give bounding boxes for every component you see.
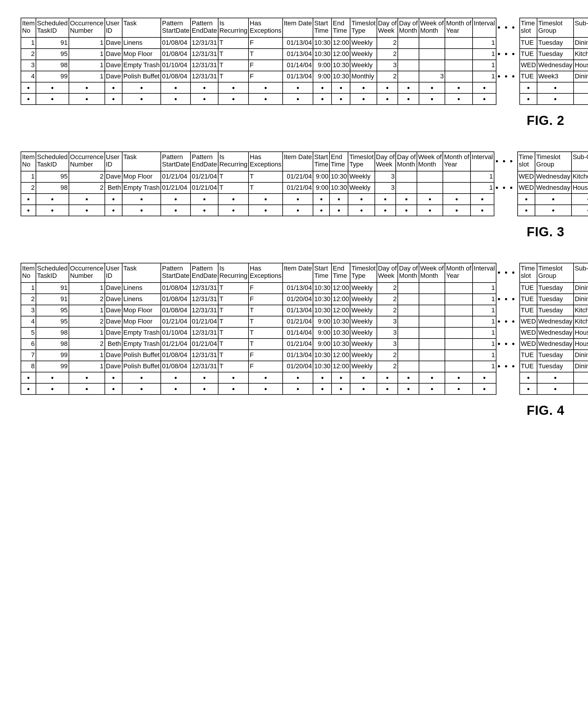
main-dot-col-3: • bbox=[105, 383, 122, 395]
cell-main-4: Mop Floor bbox=[122, 48, 161, 60]
table-row: 4991DavePolish Buffet01/08/0412/31/31TF0… bbox=[21, 71, 517, 82]
cell-main-1: 91 bbox=[36, 37, 69, 48]
cell-main-5: 01/08/04 bbox=[161, 283, 190, 294]
cell-main-17: 1 bbox=[470, 182, 494, 194]
table-row: TUETuesdayDining Rm bbox=[520, 361, 588, 372]
cell-side-0: WED bbox=[518, 171, 535, 182]
cell-main-16 bbox=[445, 294, 472, 305]
main-header-col-14: Day ofMonth bbox=[398, 18, 419, 37]
cell-main-7: T bbox=[218, 182, 249, 194]
cell-main-9: 01/13/04 bbox=[283, 283, 313, 294]
table-row: TUEWeek3Dining Rm bbox=[520, 71, 588, 82]
main-dot-col-0: • bbox=[21, 82, 36, 94]
side-header-col-0: Timeslot bbox=[520, 263, 537, 283]
cell-main-11: 12:00 bbox=[332, 294, 350, 305]
cell-side-0: WED bbox=[518, 182, 535, 194]
main-header-col-9: Item Date bbox=[283, 263, 313, 283]
cell-main-13: 2 bbox=[377, 283, 398, 294]
cell-main-17: 1 bbox=[472, 350, 496, 361]
cell-main-14 bbox=[396, 182, 417, 194]
main-dot-col-4: • bbox=[122, 205, 161, 216]
cell-main-1: 98 bbox=[36, 60, 69, 71]
cell-main-17: 1 bbox=[472, 339, 496, 350]
cell-main-3: Dave bbox=[105, 361, 122, 372]
cell-main-10: 9:00 bbox=[313, 327, 332, 339]
main-dot-col-16: • bbox=[445, 94, 472, 105]
cell-main-16 bbox=[445, 316, 472, 327]
main-dot-col-2: • bbox=[69, 194, 105, 205]
main-header-col-12: TimeslotType bbox=[348, 152, 375, 171]
cell-side-2: Kitchen bbox=[571, 171, 588, 182]
figure-caption: FIG. 3 bbox=[21, 224, 564, 239]
cell-main-15: 3 bbox=[419, 71, 445, 82]
cell-main-11: 12:00 bbox=[332, 305, 350, 316]
cell-main-8: T bbox=[249, 48, 283, 60]
cell-main-0: 1 bbox=[21, 37, 36, 48]
cell-main-0: 1 bbox=[21, 171, 36, 182]
cell-main-5: 01/08/04 bbox=[161, 71, 190, 82]
cell-main-10: 9:00 bbox=[313, 60, 332, 71]
cell-main-8: F bbox=[249, 71, 283, 82]
figure-3: ItemNoScheduledTaskIDOccurrenceNumberUse… bbox=[21, 152, 567, 239]
cell-main-2: 1 bbox=[69, 71, 105, 82]
main-header-col-11: EndTime bbox=[330, 152, 348, 171]
cell-main-16 bbox=[443, 171, 470, 182]
main-dot-col-16: • bbox=[445, 82, 472, 94]
main-dot-col-0: • bbox=[21, 194, 36, 205]
cell-main-1: 98 bbox=[36, 339, 69, 350]
main-header-col-6: PatternEndDate bbox=[190, 18, 218, 37]
cell-main-0: 2 bbox=[21, 48, 36, 60]
cell-main-6: 12/31/31 bbox=[190, 48, 218, 60]
cell-main-12: Weekly bbox=[350, 339, 377, 350]
cell-main-1: 95 bbox=[36, 171, 69, 182]
main-dot-col-11: • bbox=[330, 205, 348, 216]
cell-main-0: 8 bbox=[21, 361, 36, 372]
cell-side-1: Tuesday bbox=[537, 283, 573, 294]
cell-main-9: 01/14/04 bbox=[283, 60, 313, 71]
cell-main-17: 1 bbox=[472, 361, 496, 372]
cell-main-4: Linens bbox=[122, 37, 161, 48]
main-dot-col-9: • bbox=[283, 383, 313, 395]
cell-main-2: 2 bbox=[69, 171, 105, 182]
cell-main-11: 10:30 bbox=[332, 339, 350, 350]
main-dot-col-12: • bbox=[350, 383, 377, 395]
main-header-col-13: Day ofWeek bbox=[377, 263, 398, 283]
figure-caption: FIG. 4 bbox=[21, 403, 564, 418]
main-dot-col-14: • bbox=[398, 82, 419, 94]
cell-side-0: WED bbox=[520, 60, 537, 71]
side-dot-col-0: • bbox=[520, 82, 537, 94]
cell-main-9: 01/21/04 bbox=[283, 182, 313, 194]
cell-side-2: Dining Rm bbox=[573, 350, 588, 361]
main-dot-col-15: • bbox=[419, 94, 445, 105]
cell-main-6: 12/31/31 bbox=[190, 350, 218, 361]
cell-side-1: Tuesday bbox=[537, 37, 573, 48]
cell-side-0: WED bbox=[520, 339, 537, 350]
main-dot-col-2: • bbox=[69, 372, 105, 383]
main-table-fig-3: ItemNoScheduledTaskIDOccurrenceNumberUse… bbox=[21, 152, 516, 216]
cell-main-15 bbox=[419, 316, 445, 327]
cell-main-5: 01/21/04 bbox=[161, 171, 190, 182]
side-header-col-1: TimeslotGroup bbox=[535, 152, 571, 171]
cell-main-3: Dave bbox=[105, 60, 122, 71]
main-header-col-1: ScheduledTaskID bbox=[36, 18, 69, 37]
cell-main-7: T bbox=[218, 361, 249, 372]
side-dot-col-0: • bbox=[518, 205, 535, 216]
cell-main-2: 1 bbox=[69, 327, 105, 339]
main-header-col-0: ItemNo bbox=[21, 263, 36, 283]
gap-ellipsis-row: • • • bbox=[496, 71, 517, 82]
cell-main-15 bbox=[419, 350, 445, 361]
main-header-col-9: Item Date bbox=[283, 18, 313, 37]
main-dot-col-9: • bbox=[283, 94, 313, 105]
main-dot-col-1: • bbox=[36, 82, 69, 94]
main-dot-col-5: • bbox=[161, 194, 190, 205]
main-dot-col-17: • bbox=[472, 94, 496, 105]
cell-main-1: 95 bbox=[36, 48, 69, 60]
cell-main-9: 01/13/04 bbox=[283, 350, 313, 361]
side-dot-col-0: • bbox=[520, 94, 537, 105]
cell-main-15 bbox=[417, 182, 443, 194]
cell-main-12: Weekly bbox=[350, 60, 377, 71]
cell-main-0: 2 bbox=[21, 294, 36, 305]
side-dot-col-0: • bbox=[520, 383, 537, 395]
main-header-col-10: StartTime bbox=[313, 152, 330, 171]
cell-main-12: Weekly bbox=[350, 294, 377, 305]
